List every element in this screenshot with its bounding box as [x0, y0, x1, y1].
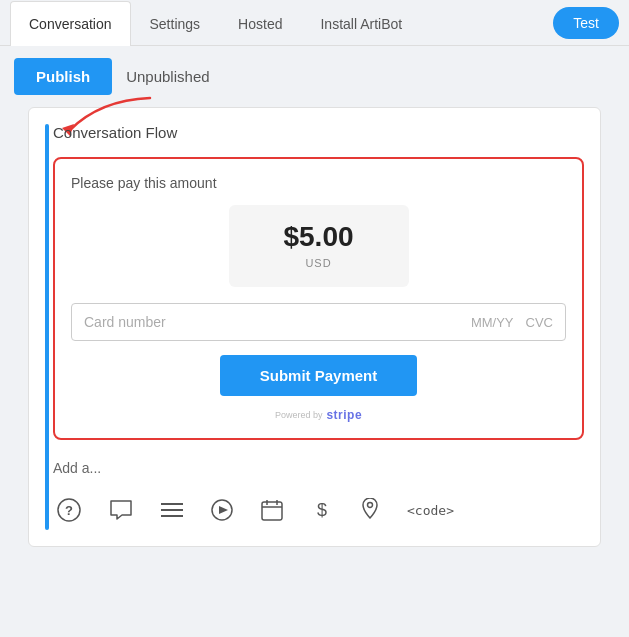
- left-accent-bar: [45, 124, 49, 530]
- amount-value: $5.00: [245, 221, 393, 253]
- payment-description: Please pay this amount: [71, 175, 566, 191]
- svg-rect-8: [262, 502, 282, 520]
- main-content-panel: Conversation Flow Please pay this amount…: [28, 107, 601, 547]
- add-label: Add a...: [53, 460, 584, 476]
- stripe-logo: stripe: [326, 408, 362, 422]
- chat-icon-button[interactable]: [105, 495, 137, 525]
- content-wrapper: Conversation Flow Please pay this amount…: [45, 124, 584, 530]
- mm-yy-label: MM/YY: [471, 315, 514, 330]
- cvc-label: CVC: [526, 315, 553, 330]
- stripe-badge: Powered by stripe: [71, 408, 566, 422]
- list-icon-button[interactable]: [157, 497, 187, 523]
- svg-text:?: ?: [65, 503, 73, 518]
- card-right-labels: MM/YY CVC: [471, 315, 553, 330]
- tab-settings[interactable]: Settings: [131, 1, 220, 46]
- svg-point-13: [368, 503, 373, 508]
- code-icon-button[interactable]: <code>: [403, 499, 458, 522]
- payment-card: Please pay this amount $5.00 USD Card nu…: [53, 157, 584, 440]
- powered-by-label: Powered by: [275, 410, 323, 420]
- card-input-row[interactable]: Card number MM/YY CVC: [71, 303, 566, 341]
- top-tab-bar: Conversation Settings Hosted Install Art…: [0, 0, 629, 46]
- calendar-icon-button[interactable]: [257, 495, 287, 525]
- tab-conversation[interactable]: Conversation: [10, 1, 131, 46]
- pin-icon-button[interactable]: [357, 494, 383, 526]
- submit-payment-button[interactable]: Submit Payment: [220, 355, 418, 396]
- unpublished-status: Unpublished: [126, 68, 209, 85]
- dollar-icon-button[interactable]: $: [307, 495, 337, 525]
- question-icon-button[interactable]: ?: [53, 494, 85, 526]
- svg-marker-7: [219, 506, 228, 514]
- tab-install[interactable]: Install ArtiBot: [301, 1, 421, 46]
- section-title: Conversation Flow: [53, 124, 584, 141]
- sub-bar: Publish Unpublished: [0, 46, 629, 107]
- test-button[interactable]: Test: [553, 7, 619, 39]
- amount-display: $5.00 USD: [229, 205, 409, 287]
- svg-text:$: $: [317, 500, 327, 520]
- tab-hosted[interactable]: Hosted: [219, 1, 301, 46]
- icon-toolbar: ?: [53, 490, 584, 530]
- card-number-placeholder: Card number: [84, 314, 471, 330]
- amount-currency: USD: [305, 257, 331, 269]
- play-icon-button[interactable]: [207, 495, 237, 525]
- publish-button[interactable]: Publish: [14, 58, 112, 95]
